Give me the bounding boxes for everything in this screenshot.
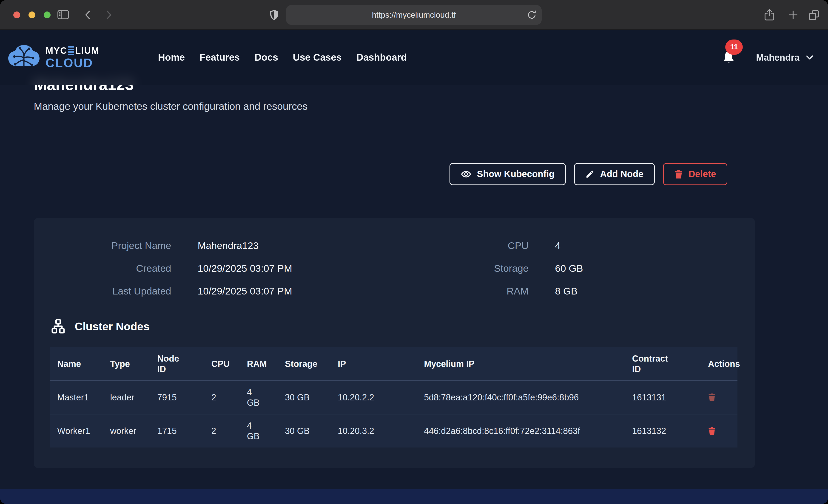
close-window-button[interactable] — [13, 11, 20, 18]
cell-cpu: 2 — [204, 414, 240, 448]
row-delete-button[interactable] — [708, 393, 716, 402]
cell-ip: 10.20.2.2 — [330, 381, 417, 414]
col-actions: Actions — [701, 347, 738, 381]
logo-e-bars — [68, 46, 74, 55]
user-menu-button[interactable]: Mahendra — [756, 52, 814, 63]
cluster-details-panel: Project Name Mahendra123 Created 10/29/2… — [34, 218, 755, 468]
site-navbar: MYC LIUM CLOUD Home Features Docs Use Ca… — [0, 30, 828, 85]
cpu-value: 4 — [555, 240, 739, 251]
project-name-value: Mahendra123 — [198, 240, 395, 251]
table-row: Master1leader791524 GB30 GB10.20.2.25d8:… — [50, 381, 738, 414]
bell-icon — [722, 61, 735, 65]
footer-strip — [0, 489, 828, 504]
table-row: Worker1worker171524 GB30 GB10.20.3.2446:… — [50, 414, 738, 448]
storage-value: 60 GB — [555, 263, 739, 274]
user-name: Mahendra — [756, 52, 799, 63]
storage-label: Storage — [395, 263, 529, 274]
zoom-window-button[interactable] — [44, 11, 50, 18]
cell-cpu: 2 — [204, 381, 240, 414]
pencil-icon — [585, 170, 594, 179]
eye-icon — [461, 169, 471, 179]
address-bar[interactable]: https://myceliumcloud.tf — [286, 5, 542, 25]
nav-link-docs[interactable]: Docs — [254, 52, 278, 63]
cluster-nodes-table: Name Type Node ID CPU RAM Storage IP Myc… — [50, 347, 738, 448]
cell-contract-id: 1613132 — [625, 414, 701, 448]
trash-icon — [708, 393, 716, 402]
col-cpu: CPU — [204, 347, 240, 381]
brand-logo[interactable]: MYC LIUM CLOUD — [6, 42, 99, 73]
cell-contract-id: 1613131 — [625, 381, 701, 414]
share-icon[interactable] — [763, 8, 775, 22]
add-node-button[interactable]: Add Node — [574, 163, 655, 185]
cell-ram: 4 GB — [240, 381, 278, 414]
project-name-label: Project Name — [50, 240, 171, 251]
cell-actions — [701, 381, 738, 414]
show-kubeconfig-button[interactable]: Show Kubeconfig — [450, 163, 566, 185]
mycelium-cloud-logo-icon — [6, 42, 41, 73]
table-header-row: Name Type Node ID CPU RAM Storage IP Myc… — [50, 347, 738, 381]
cell-storage: 30 GB — [278, 414, 330, 448]
last-updated-label: Last Updated — [50, 286, 171, 297]
col-storage: Storage — [278, 347, 330, 381]
cell-storage: 30 GB — [278, 381, 330, 414]
page-body: Mahendra123 Manage your Kubernetes clust… — [0, 30, 828, 504]
ram-value: 8 GB — [555, 286, 739, 297]
nav-link-use-cases[interactable]: Use Cases — [293, 52, 341, 63]
col-node-id: Node ID — [150, 347, 204, 381]
delete-cluster-button[interactable]: Delete — [663, 163, 727, 185]
nav-link-home[interactable]: Home — [158, 52, 185, 63]
page-subtitle: Manage your Kubernetes cluster configura… — [34, 100, 755, 112]
col-name: Name — [50, 347, 103, 381]
primary-nav: Home Features Docs Use Cases Dashboard — [158, 52, 407, 63]
cluster-info-grid: Project Name Mahendra123 Created 10/29/2… — [50, 240, 739, 297]
cluster-nodes-icon — [50, 318, 67, 335]
url-text: https://myceliumcloud.tf — [372, 10, 456, 19]
chevron-down-icon — [805, 52, 814, 63]
window-controls — [13, 11, 50, 18]
minimize-window-button[interactable] — [29, 11, 35, 18]
ram-label: RAM — [395, 286, 529, 297]
cell-mycelium-ip: 5d8:78ea:a120:f40c:ff0f:a5fe:99e6:8b96 — [417, 381, 625, 414]
back-icon[interactable] — [83, 10, 93, 20]
notifications-button[interactable]: 11 — [722, 50, 735, 65]
brand-wordmark: MYC LIUM CLOUD — [45, 46, 99, 69]
forward-icon[interactable] — [104, 10, 114, 20]
last-updated-value: 10/29/2025 03:07 PM — [198, 286, 395, 297]
browser-window: https://myceliumcloud.tf Mahendra123 — [0, 0, 828, 504]
trash-icon — [674, 169, 683, 179]
cell-mycelium-ip: 446:d2a6:8bcd:8c16:ff0f:72e2:3114:863f — [417, 414, 625, 448]
row-delete-button[interactable] — [708, 427, 716, 435]
privacy-shield-icon[interactable] — [269, 9, 280, 21]
cell-type: worker — [103, 414, 150, 448]
trash-icon — [708, 427, 716, 435]
cell-ip: 10.20.3.2 — [330, 414, 417, 448]
col-type: Type — [103, 347, 150, 381]
created-value: 10/29/2025 03:07 PM — [198, 263, 395, 274]
nav-link-dashboard[interactable]: Dashboard — [357, 52, 407, 63]
cell-node-id: 1715 — [150, 414, 204, 448]
tab-overview-icon[interactable] — [808, 9, 820, 21]
col-contract-id: Contract ID — [625, 347, 701, 381]
sidebar-toggle-icon[interactable] — [57, 9, 70, 20]
nav-link-features[interactable]: Features — [200, 52, 240, 63]
cluster-nodes-title: Cluster Nodes — [75, 320, 150, 333]
col-ip: IP — [330, 347, 417, 381]
cell-node-id: 7915 — [150, 381, 204, 414]
col-mycelium-ip: Mycelium IP — [417, 347, 625, 381]
cluster-actions: Show Kubeconfig Add Node — [34, 163, 755, 185]
reload-icon[interactable] — [527, 10, 537, 21]
browser-toolbar: https://myceliumcloud.tf — [0, 0, 828, 30]
cell-name: Worker1 — [50, 414, 103, 448]
col-ram: RAM — [240, 347, 278, 381]
cell-actions — [701, 414, 738, 448]
cell-name: Master1 — [50, 381, 103, 414]
notification-count-badge: 11 — [725, 40, 743, 55]
cpu-label: CPU — [395, 240, 529, 251]
new-tab-icon[interactable] — [787, 9, 799, 21]
created-label: Created — [50, 263, 171, 274]
cell-ram: 4 GB — [240, 414, 278, 448]
cell-type: leader — [103, 381, 150, 414]
main-content: Mahendra123 Manage your Kubernetes clust… — [34, 75, 755, 468]
